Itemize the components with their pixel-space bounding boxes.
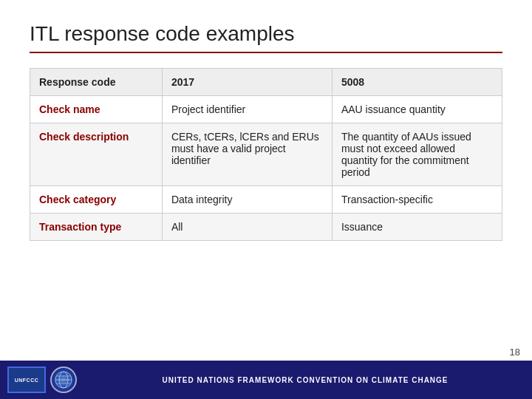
row3-col2: Data integrity [162, 186, 332, 214]
row1-col3: AAU issuance quantity [332, 96, 502, 123]
row1-col1: Check name [30, 96, 163, 123]
row2-col2: CERs, tCERs, lCERs and ERUs must have a … [162, 123, 332, 186]
row1-col2: Project identifier [162, 96, 332, 123]
header-col2: 2017 [162, 69, 332, 96]
table-row: Transaction type All Issuance [30, 214, 502, 241]
row2-col1: Check description [30, 123, 163, 186]
data-table: Response code 2017 5008 Check name Proje… [30, 68, 502, 241]
row4-col2: All [162, 214, 332, 241]
table-wrapper: Response code 2017 5008 Check name Proje… [30, 68, 502, 241]
header-col3: 5008 [332, 69, 502, 96]
row3-col1: Check category [30, 186, 163, 214]
row4-col1: Transaction type [30, 214, 163, 241]
footer: UNFCCC UNITED NATIONS FRAMEWORK CONVENTI… [0, 361, 532, 399]
table-header-row: Response code 2017 5008 [30, 69, 502, 96]
table-row: Check name Project identifier AAU issuan… [30, 96, 502, 123]
row3-col3: Transaction-specific [332, 186, 502, 214]
row2-col3: The quantity of AAUs issued must not exc… [332, 123, 502, 186]
slide-title: ITL response code examples [30, 22, 502, 53]
footer-text: UNITED NATIONS FRAMEWORK CONVENTION ON C… [86, 376, 525, 384]
un-logo [50, 366, 77, 393]
slide: ITL response code examples Response code… [0, 0, 532, 399]
unfccc-logo: UNFCCC [7, 366, 46, 393]
table-row: Check category Data integrity Transactio… [30, 186, 502, 214]
slide-number: 18 [510, 347, 520, 358]
table-row: Check description CERs, tCERs, lCERs and… [30, 123, 502, 186]
header-col1: Response code [30, 69, 163, 96]
unfccc-label: UNFCCC [15, 378, 39, 383]
row4-col3: Issuance [332, 214, 502, 241]
